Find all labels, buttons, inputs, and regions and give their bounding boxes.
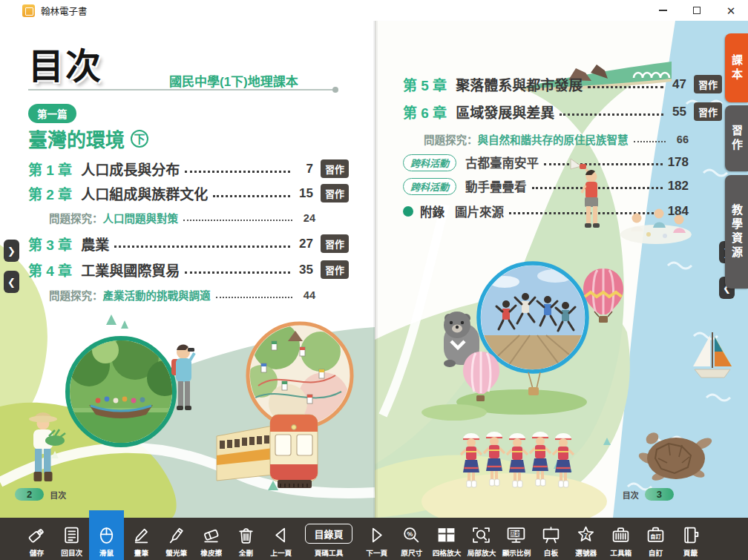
page-tabs-button[interactable]: 頁籤 [673,518,708,560]
leader-dots [532,187,663,189]
toc-right-page: 第 5 章 聚落體系與都市發展 47 習作 第 6 章 區域發展與差異 55 習… [403,74,722,220]
save-button[interactable]: 儲存 [19,518,54,560]
page-tab-icon [680,525,701,545]
inquiry-title: 與自然和諧共存的原住民族智慧 [478,131,629,147]
eraser-tool-button[interactable]: 橡皮擦 [194,518,229,560]
inquiry-page: 66 [671,134,689,145]
toolbox-icon [611,525,631,545]
book-subtitle: 國民中學(1下)地理課本 [169,71,298,90]
next-page-button[interactable]: 下一頁 [359,518,394,560]
workbook-badge[interactable]: 習作 [321,159,349,178]
leader-dots [183,220,292,221]
window-controls: ✕ [646,0,748,21]
leader-dots [634,141,666,142]
jumping-people-photo-circle [479,263,587,372]
toolbox-button[interactable]: 工具箱 [603,518,638,560]
tab-workbook[interactable]: 習作 [725,105,748,171]
custom-button[interactable]: 自訂 自訂 [638,518,673,560]
tab-teaching-resources[interactable]: 教學資源 [725,175,748,289]
original-size-button[interactable]: % 原尺寸 [394,518,429,560]
quad-zoom-button[interactable]: 四格放大 [429,518,464,560]
workbook-badge[interactable]: 習作 [321,184,349,202]
toc-row-inquiry[interactable]: 問題探究： 人口問題與對策 24 [28,210,349,225]
toc-row-appendix[interactable]: 附錄 圖片來源 184 [403,202,722,220]
toc-row-chapter-3[interactable]: 第 3 章 農業 27 習作 [28,234,349,254]
workbook-badge[interactable]: 習作 [694,102,722,121]
toc-page-button[interactable]: 目錄頁 [305,524,352,544]
number-picker-button[interactable]: 7 選號器 [568,518,603,560]
section-title-text: 臺灣的環境 [28,125,125,152]
toc-row-chapter-5[interactable]: 第 5 章 聚落體系與都市發展 47 習作 [403,74,722,94]
eraser-icon [201,525,221,545]
back-to-toc-button[interactable]: 回目次 [54,518,89,560]
star-number-icon: 7 [576,525,596,545]
left-page-number: 2 目次 [15,488,72,501]
zoom-percent-icon: % [401,525,421,545]
inquiry-label: 問題探究： [424,131,478,147]
leader-dots [560,113,663,116]
activity-page: 182 [668,179,689,194]
page-number-tool-button[interactable]: 目錄頁 頁碼工具 [298,518,359,560]
region-zoom-button[interactable]: 局部放大 [464,518,499,560]
chapter-page: 35 [295,263,313,277]
left-edge-back-button[interactable]: ❮ [4,271,19,293]
cross-subject-pill: 跨科活動 [403,178,456,195]
activity-page: 178 [668,155,689,170]
mouse-tool-button[interactable]: 滑鼠 [89,510,124,560]
monitor-icon: 固定 [506,525,526,545]
highlighter-tool-button[interactable]: 螢光筆 [159,518,194,560]
leader-dots [588,86,663,88]
inquiry-page: 44 [298,289,315,301]
title-bar: 翰林電子書 ✕ [0,0,748,21]
toc-list-icon [62,525,82,545]
activity-title: 古都臺南安平 [465,154,539,171]
toc-row-activity-1[interactable]: 跨科活動 古都臺南安平 178 [403,154,722,171]
next-page-icon [367,525,387,545]
minimize-button[interactable] [646,0,680,21]
workbook-badge[interactable]: 習作 [321,260,349,279]
maximize-button[interactable] [680,0,714,21]
inquiry-title: 產業活動的挑戰與調適 [103,287,211,303]
chapter-page: 47 [669,77,686,92]
whiteboard-button[interactable]: 白板 [534,518,568,560]
toc-row-chapter-2[interactable]: 第 2 章 人口組成與族群文化 15 習作 [28,183,349,203]
chapter-title: 工業與國際貿易 [81,260,180,280]
window-title: 翰林電子書 [41,4,88,18]
page-number-label: 目次 [623,489,639,501]
section-title: 臺灣的環境 下 [28,125,148,152]
cross-subject-pill: 跨科活動 [403,154,456,171]
quad-zoom-icon [436,525,456,545]
pen-icon [131,525,151,545]
toc-row-inquiry[interactable]: 問題探究： 產業活動的挑戰與調適 44 [28,287,349,303]
app-logo-icon [22,4,35,17]
svg-text:自訂: 自訂 [650,533,661,540]
close-button[interactable]: ✕ [714,0,748,21]
tab-textbook[interactable]: 課本 [725,33,748,102]
pen-tool-button[interactable]: 畫筆 [124,518,159,560]
toc-row-chapter-1[interactable]: 第 1 章 人口成長與分布 7 習作 [28,159,349,179]
appendix-bullet [403,206,413,217]
left-edge-forward-button[interactable]: ❯ [4,240,19,262]
previous-page-button[interactable]: 上一頁 [263,518,298,560]
volume-circle: 下 [131,130,148,148]
chapter-title: 聚落體系與都市發展 [456,74,583,94]
chapter-label: 第 4 章 [28,260,72,280]
page-title: 目次 [28,37,102,89]
chapter-label: 第 2 章 [28,183,72,203]
toc-row-inquiry[interactable]: 問題探究： 與自然和諧共存的原住民族智慧 66 [403,131,722,147]
workbook-badge[interactable]: 習作 [321,234,349,253]
inquiry-page: 24 [298,212,315,224]
page-number-label: 目次 [50,489,66,501]
svg-text:%: % [407,530,413,538]
chapter-title: 人口組成與族群文化 [81,183,208,203]
toc-row-chapter-6[interactable]: 第 6 章 區域發展與差異 55 習作 [403,102,722,122]
mouse-icon [96,525,117,545]
toc-row-chapter-4[interactable]: 第 4 章 工業與國際貿易 35 習作 [28,260,349,280]
highlighter-icon [166,525,186,545]
toc-row-activity-2[interactable]: 跨科活動 動手疊疊看 182 [403,177,722,195]
book-spread: 目次 國民中學(1下)地理課本 第一篇 臺灣的環境 下 第 1 章 人口成長與分… [0,21,748,518]
delete-all-button[interactable]: 全刪 [229,518,263,560]
inquiry-label: 問題探究： [49,210,103,225]
display-ratio-button[interactable]: 固定 顯示比例 [499,518,534,560]
workbook-badge[interactable]: 習作 [694,75,722,93]
